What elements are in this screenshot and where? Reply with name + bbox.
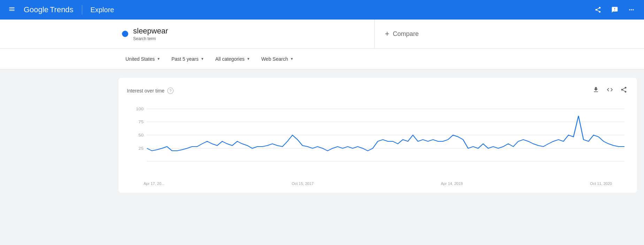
region-chevron-icon: ▼ (157, 57, 160, 61)
compare-box[interactable]: + Compare (375, 20, 637, 48)
search-term-dot (122, 31, 128, 37)
menu-icon[interactable] (6, 3, 18, 17)
apps-button[interactable] (624, 3, 638, 17)
region-filter[interactable]: United States ▼ (121, 54, 164, 64)
compare-plus-icon: + (385, 29, 390, 38)
x-label-2: Apr 14, 2019 (441, 181, 463, 186)
feedback-button[interactable] (608, 3, 622, 17)
help-question-mark: ? (169, 89, 171, 93)
chart-header: Interest over time ? (127, 85, 629, 96)
search-term-label: Search term (133, 36, 168, 41)
x-axis-labels: Apr 17, 20... Oct 15, 2017 Apr 14, 2019 … (127, 180, 629, 186)
share-chart-button[interactable] (619, 85, 629, 96)
search-type-chevron-icon: ▼ (290, 57, 293, 61)
categories-label: All categories (215, 56, 245, 62)
logo-google-text: Google (24, 5, 48, 14)
sidebar-spacer (0, 20, 112, 48)
chart-actions (591, 85, 629, 96)
explore-label: Explore (91, 6, 114, 14)
chart-container: 100 75 50 25 Apr 17, 20... Oct 15, 2017 … (127, 102, 629, 186)
interest-over-time-card: Interest over time ? (118, 78, 637, 193)
search-area: sleepwear Search term + Compare (0, 20, 644, 49)
time-range-filter[interactable]: Past 5 years ▼ (167, 54, 208, 64)
main-content: Interest over time ? (0, 69, 644, 200)
svg-text:50: 50 (138, 133, 144, 138)
search-term-info: sleepwear Search term (133, 27, 168, 41)
categories-filter[interactable]: All categories ▼ (211, 54, 254, 64)
x-label-0: Apr 17, 20... (144, 181, 164, 186)
svg-text:25: 25 (138, 146, 144, 151)
search-term-box[interactable]: sleepwear Search term (112, 20, 375, 48)
svg-text:100: 100 (136, 107, 144, 111)
embed-button[interactable] (605, 85, 615, 96)
time-range-label: Past 5 years (171, 56, 199, 62)
app-header: Google Trends Explore (0, 0, 644, 20)
app-logo: Google Trends (24, 5, 74, 14)
header-divider (82, 5, 82, 15)
download-button[interactable] (591, 85, 601, 96)
svg-text:75: 75 (138, 120, 144, 124)
filter-bar: United States ▼ Past 5 years ▼ All categ… (0, 49, 644, 69)
header-actions (591, 3, 638, 17)
categories-chevron-icon: ▼ (247, 57, 250, 61)
chart-title: Interest over time (127, 88, 164, 94)
region-label: United States (125, 56, 155, 62)
time-range-chevron-icon: ▼ (201, 57, 204, 61)
x-label-1: Oct 15, 2017 (292, 181, 314, 186)
chart-title-row: Interest over time ? (127, 88, 174, 94)
search-type-filter[interactable]: Web Search ▼ (257, 54, 298, 64)
chart-help-icon[interactable]: ? (167, 88, 174, 94)
logo-trends-text: Trends (50, 5, 74, 14)
chart-svg: 100 75 50 25 (127, 102, 629, 179)
search-type-label: Web Search (261, 56, 288, 62)
search-term-name: sleepwear (133, 27, 168, 36)
share-button[interactable] (591, 3, 605, 17)
x-label-3: Oct 11, 2020 (590, 181, 612, 186)
compare-label: Compare (393, 30, 419, 38)
